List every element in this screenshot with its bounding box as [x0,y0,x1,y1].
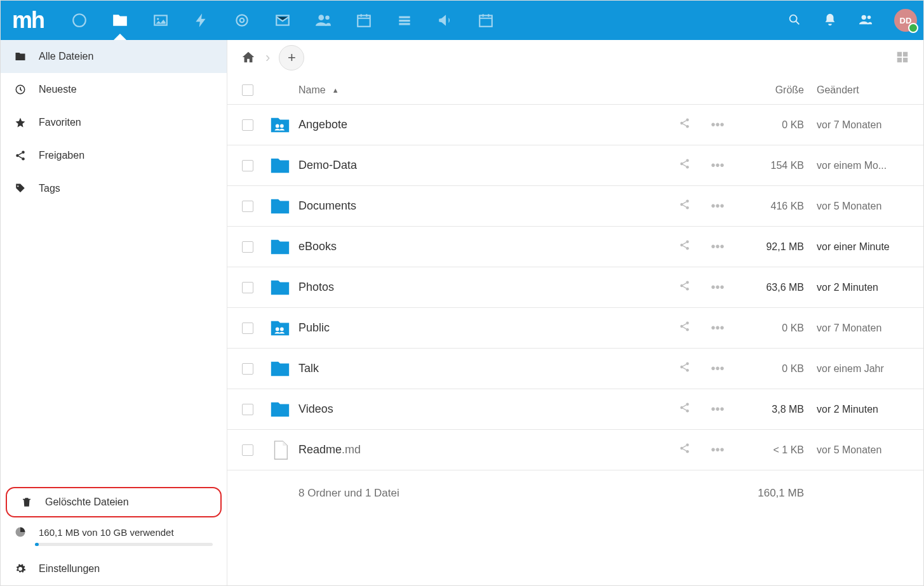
sidebar-item-label: Tags [39,183,60,194]
gear-icon [15,562,26,576]
table-row[interactable]: Readme.md•••< 1 KBvor 5 Monaten [227,430,923,470]
more-icon[interactable]: ••• [701,361,734,376]
file-name[interactable]: eBooks [298,240,668,253]
star-icon [15,116,26,130]
more-icon[interactable]: ••• [701,199,734,213]
sidebar-item-label: Alle Dateien [39,51,93,62]
nav-announce-icon[interactable] [425,1,465,40]
nav-activity-icon[interactable] [181,1,222,40]
breadcrumb-home-icon[interactable] [241,50,257,66]
row-checkbox[interactable] [242,444,253,456]
sort-asc-icon[interactable]: ▲ [332,86,339,94]
row-checkbox[interactable] [242,241,253,253]
col-name-label[interactable]: Name [298,84,326,96]
file-size: 92,1 MB [734,241,804,253]
sidebar-item-favorites[interactable]: Favoriten [1,106,227,139]
folder-shared-icon [268,114,292,136]
chevron-right-icon: › [265,50,270,66]
nav-contacts-icon[interactable] [303,1,344,40]
grid-view-icon[interactable] [895,50,909,66]
row-checkbox[interactable] [242,323,253,334]
file-modified: vor 7 Monaten [804,323,912,334]
file-name[interactable]: Public [298,321,668,335]
more-icon[interactable]: ••• [701,402,734,416]
sidebar-item-label: Gelöschte Dateien [45,496,129,508]
quota-bar [35,543,213,546]
add-button[interactable]: + [279,45,304,70]
file-modified: vor 5 Monaten [804,201,912,212]
row-checkbox[interactable] [242,160,253,171]
share-icon[interactable] [668,402,701,416]
table-row[interactable]: Documents•••416 KBvor 5 Monaten [227,186,923,227]
sidebar-quota: 160,1 MB von 10 GB verwendet [1,520,227,539]
row-checkbox[interactable] [242,119,253,131]
sidebar: Alle Dateien Neueste Favoriten Freigaben… [1,40,227,585]
more-icon[interactable]: ••• [701,239,734,254]
status-online-icon [908,23,918,33]
sidebar-item-all-files[interactable]: Alle Dateien [1,40,227,73]
share-icon[interactable] [668,199,701,213]
nav-files-icon[interactable] [100,1,140,40]
more-icon[interactable]: ••• [701,443,734,457]
more-icon[interactable]: ••• [701,280,734,295]
folder-icon [268,236,292,258]
contacts-menu-icon[interactable] [855,13,876,29]
table-row[interactable]: Public•••0 KBvor 7 Monaten [227,308,923,349]
table-row[interactable]: Videos•••3,8 MBvor 2 Minuten [227,389,923,430]
table-row[interactable]: Angebote•••0 KBvor 7 Monaten [227,105,923,145]
file-name[interactable]: Readme.md [298,443,668,456]
search-icon[interactable] [784,13,805,29]
more-icon[interactable]: ••• [701,158,734,173]
nav-mail-icon[interactable] [262,1,303,40]
share-icon[interactable] [668,280,701,295]
nav-talk-icon[interactable] [222,1,262,40]
nav-schedule-icon[interactable] [465,1,506,40]
notifications-icon[interactable] [819,13,841,29]
nav-photos-icon[interactable] [140,1,181,40]
row-checkbox[interactable] [242,404,253,415]
share-icon[interactable] [668,321,701,335]
table-row[interactable]: Talk•••0 KBvor einem Jahr [227,349,923,389]
file-name[interactable]: Videos [298,403,668,416]
table-row[interactable]: Photos•••63,6 MBvor 2 Minuten [227,267,923,308]
logo[interactable]: mh [12,7,44,34]
nav-dashboard-icon[interactable] [59,1,100,40]
file-modified: vor 7 Monaten [804,119,912,131]
more-icon[interactable]: ••• [701,117,734,132]
file-name[interactable]: Documents [298,199,668,213]
avatar[interactable]: DD [894,9,917,32]
sidebar-item-settings[interactable]: Einstellungen [1,552,227,585]
file-modified: vor 2 Minuten [804,404,912,415]
nav-deck-icon[interactable] [384,1,425,40]
file-name[interactable]: Demo-Data [298,159,668,172]
col-size-label[interactable]: Größe [775,84,804,95]
file-icon [268,439,292,461]
row-checkbox[interactable] [242,282,253,293]
sidebar-item-recent[interactable]: Neueste [1,73,227,106]
folder-icon [15,50,26,63]
share-icon[interactable] [668,443,701,457]
file-size: 63,6 MB [734,282,804,293]
share-icon[interactable] [668,158,701,173]
trash-icon [21,495,32,509]
controls-bar: › + [227,40,923,76]
sidebar-item-shares[interactable]: Freigaben [1,139,227,172]
sidebar-item-tags[interactable]: Tags [1,172,227,205]
file-name[interactable]: Talk [298,362,668,375]
share-icon[interactable] [668,117,701,132]
col-modified-label[interactable]: Geändert [817,84,859,95]
file-name[interactable]: Photos [298,281,668,294]
row-checkbox[interactable] [242,201,253,212]
row-checkbox[interactable] [242,363,253,375]
table-summary: 8 Ordner und 1 Datei 160,1 MB [227,470,923,516]
sidebar-item-label: Favoriten [39,117,81,128]
share-icon[interactable] [668,361,701,376]
more-icon[interactable]: ••• [701,321,734,335]
sidebar-item-trash[interactable]: Gelöschte Dateien [6,487,222,517]
file-name[interactable]: Angebote [298,118,668,131]
nav-calendar-icon[interactable] [344,1,384,40]
table-row[interactable]: Demo-Data•••154 KBvor einem Mo... [227,145,923,186]
share-icon[interactable] [668,239,701,254]
table-row[interactable]: eBooks•••92,1 MBvor einer Minute [227,227,923,267]
select-all-checkbox[interactable] [242,84,253,96]
